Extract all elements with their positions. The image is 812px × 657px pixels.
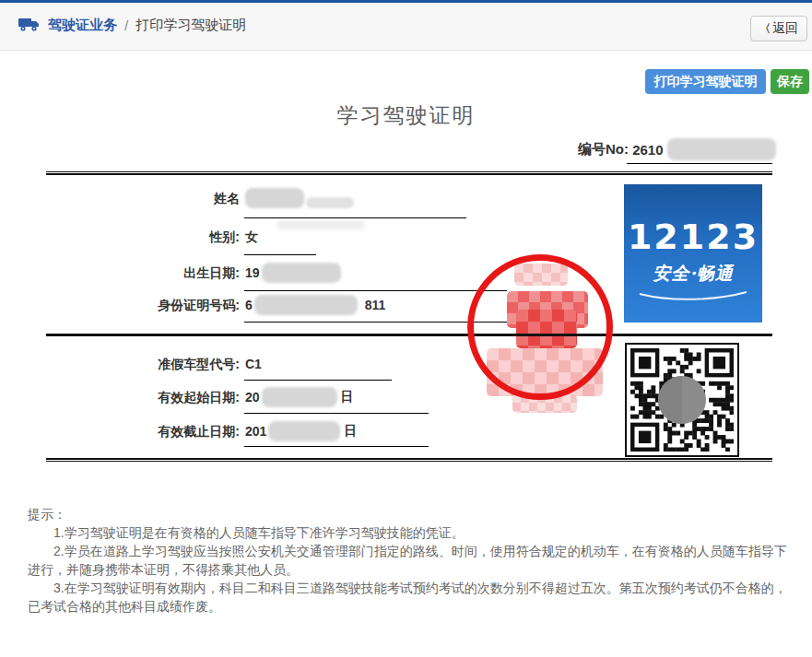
qr-frame [625,343,739,457]
logo-12123-slogan: 安全·畅通 [653,262,734,286]
gender-underline [244,254,316,255]
logo-swoosh [636,289,750,304]
header-bar: 驾驶证业务 / 打印学习驾驶证明 〈 返回 [0,3,812,51]
vehicle-class-label: 准假车型代号: [158,357,240,373]
breadcrumb-section[interactable]: 驾驶证业务 [48,17,117,34]
name-value [245,188,354,208]
vehicle-class-value: C1 [245,357,262,371]
name-smudge [277,220,365,229]
chevron-left-icon: 〈 [759,21,771,37]
tips-heading: 提示： [28,505,794,523]
serial-number: 编号No: 2610 [578,138,776,160]
save-button[interactable]: 保存 [771,69,809,94]
breadcrumb-separator: / [124,18,128,33]
breadcrumb: 驾驶证业务 / 打印学习驾驶证明 [18,16,246,35]
logo-12123-number: 12123 [628,219,759,254]
back-button[interactable]: 〈 返回 [750,16,807,41]
serial-redacted [667,138,776,160]
name-label: 姓名 [214,191,240,207]
rule-top-double [46,171,772,175]
breadcrumb-current: 打印学习驾驶证明 [135,17,246,34]
serial-label: 编号No: [578,141,629,158]
tips-section: 提示： 1.学习驾驶证明是在有资格的人员随车指导下准许学习驾驶技能的凭证。 2.… [28,505,794,616]
serial-underline [627,163,772,164]
valid-from-label: 有效起始日期: [158,390,240,406]
gender-label: 性别: [209,229,240,246]
valid-from-underline [244,413,429,414]
tip-item-3: 3.在学习驾驶证明有效期内，科目二和科目三道路驾驶技能考试预约考试的次数分别不得… [28,579,794,616]
birth-date-underline [244,290,507,291]
back-button-label: 返回 [772,20,798,37]
valid-to-underline [244,446,429,447]
name-underline [244,217,466,218]
valid-from-value: 20 日 [245,387,354,407]
id-number-value: 6 811 [245,295,385,315]
serial-value: 2610 [632,142,663,158]
gender-value: 女 [245,229,258,246]
stamp-red-circle [467,254,613,400]
print-certificate-button[interactable]: 打印学习驾驶证明 [645,69,766,94]
truck-icon [18,16,41,35]
logo-12123: 12123 安全·畅通 [624,184,762,323]
tip-item-2: 2.学员在道路上学习驾驶应当按照公安机关交通管理部门指定的路线、时间，使用符合规… [28,542,794,579]
valid-to-label: 有效截止日期: [158,424,240,440]
tip-item-1: 1.学习驾驶证明是在有资格的人员随车指导下准许学习驾驶技能的凭证。 [28,523,794,542]
vehicle-class-underline [244,380,392,381]
birth-date-label: 出生日期: [183,265,240,282]
qr-code [630,348,734,452]
rule-bottom-double [46,458,772,462]
valid-to-value: 201 日 [245,421,357,441]
page: 驾驶证业务 / 打印学习驾驶证明 〈 返回 打印学习驾驶证明 保存 学习驾驶证明… [0,0,812,657]
certificate-title: 学习驾驶证明 [0,101,812,130]
rule-middle [46,334,772,336]
id-number-label: 身份证明号码: [158,298,240,314]
birth-date-value: 19 [245,263,341,283]
